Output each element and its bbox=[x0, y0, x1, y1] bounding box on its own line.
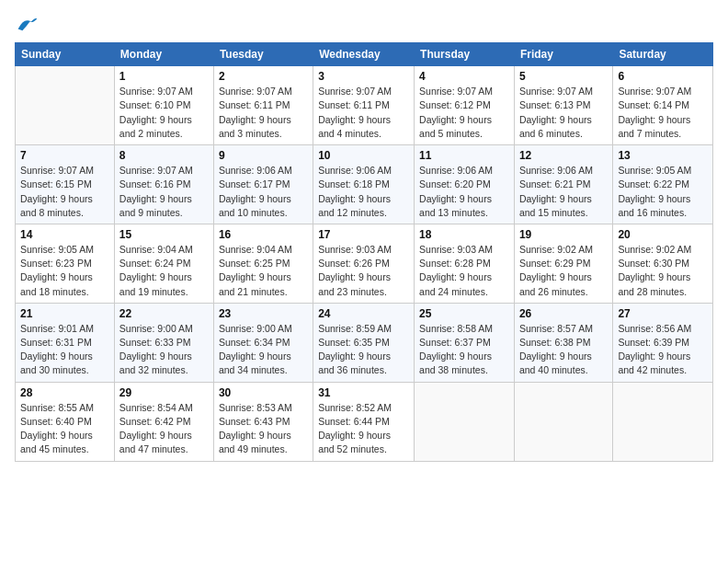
day-number: 29 bbox=[119, 386, 209, 399]
daylight-line2: and 8 minutes. bbox=[20, 206, 109, 220]
calendar-week-row: 7Sunrise: 9:07 AMSunset: 6:15 PMDaylight… bbox=[16, 145, 713, 224]
sunset-text: Sunset: 6:39 PM bbox=[618, 336, 708, 350]
sunset-text: Sunset: 6:42 PM bbox=[119, 415, 209, 429]
sunrise-text: Sunrise: 9:06 AM bbox=[219, 164, 308, 178]
daylight-line2: and 4 minutes. bbox=[318, 127, 409, 141]
sunset-text: Sunset: 6:18 PM bbox=[318, 178, 409, 191]
calendar-cell: 29Sunrise: 8:54 AMSunset: 6:42 PMDayligh… bbox=[114, 382, 213, 461]
day-info: Sunrise: 9:03 AMSunset: 6:26 PMDaylight:… bbox=[318, 243, 409, 299]
sunset-text: Sunset: 6:35 PM bbox=[318, 336, 409, 350]
calendar-header-row: SundayMondayTuesdayWednesdayThursdayFrid… bbox=[16, 43, 713, 66]
sunset-text: Sunset: 6:20 PM bbox=[419, 178, 509, 191]
sunrise-text: Sunrise: 9:03 AM bbox=[318, 243, 409, 257]
calendar-cell: 17Sunrise: 9:03 AMSunset: 6:26 PMDayligh… bbox=[313, 224, 415, 303]
day-info: Sunrise: 8:59 AMSunset: 6:35 PMDaylight:… bbox=[318, 322, 409, 378]
calendar-cell: 2Sunrise: 9:07 AMSunset: 6:11 PMDaylight… bbox=[213, 66, 313, 145]
daylight-line2: and 42 minutes. bbox=[618, 363, 708, 377]
calendar-cell: 25Sunrise: 8:58 AMSunset: 6:37 PMDayligh… bbox=[415, 303, 515, 382]
day-info: Sunrise: 8:55 AMSunset: 6:40 PMDaylight:… bbox=[20, 401, 109, 457]
day-info: Sunrise: 9:06 AMSunset: 6:20 PMDaylight:… bbox=[419, 164, 509, 220]
day-info: Sunrise: 9:07 AMSunset: 6:10 PMDaylight:… bbox=[119, 85, 209, 141]
daylight-line2: and 49 minutes. bbox=[219, 442, 308, 456]
calendar-cell: 26Sunrise: 8:57 AMSunset: 6:38 PMDayligh… bbox=[514, 303, 612, 382]
calendar-cell: 3Sunrise: 9:07 AMSunset: 6:11 PMDaylight… bbox=[313, 66, 415, 145]
sunset-text: Sunset: 6:11 PM bbox=[219, 98, 308, 112]
calendar-cell: 21Sunrise: 9:01 AMSunset: 6:31 PMDayligh… bbox=[16, 303, 115, 382]
day-info: Sunrise: 9:02 AMSunset: 6:29 PMDaylight:… bbox=[519, 243, 608, 299]
sunset-text: Sunset: 6:24 PM bbox=[119, 257, 209, 270]
sunrise-text: Sunrise: 9:05 AM bbox=[20, 243, 109, 257]
day-number: 9 bbox=[219, 149, 308, 162]
calendar-cell: 20Sunrise: 9:02 AMSunset: 6:30 PMDayligh… bbox=[613, 224, 713, 303]
calendar-cell: 16Sunrise: 9:04 AMSunset: 6:25 PMDayligh… bbox=[213, 224, 313, 303]
day-info: Sunrise: 8:56 AMSunset: 6:39 PMDaylight:… bbox=[618, 322, 708, 378]
sunrise-text: Sunrise: 9:07 AM bbox=[119, 164, 209, 178]
calendar-cell bbox=[514, 382, 612, 461]
calendar-week-row: 1Sunrise: 9:07 AMSunset: 6:10 PMDaylight… bbox=[16, 66, 713, 145]
sunrise-text: Sunrise: 8:54 AM bbox=[119, 401, 209, 415]
sunrise-text: Sunrise: 9:07 AM bbox=[618, 85, 708, 98]
daylight-line2: and 26 minutes. bbox=[519, 285, 608, 299]
calendar-cell: 30Sunrise: 8:53 AMSunset: 6:43 PMDayligh… bbox=[213, 382, 313, 461]
daylight-line1: Daylight: 9 hours bbox=[318, 270, 409, 284]
day-number: 7 bbox=[20, 149, 109, 162]
day-info: Sunrise: 8:53 AMSunset: 6:43 PMDaylight:… bbox=[219, 401, 308, 457]
calendar-week-row: 28Sunrise: 8:55 AMSunset: 6:40 PMDayligh… bbox=[16, 382, 713, 461]
day-number: 16 bbox=[219, 228, 308, 241]
calendar-cell: 1Sunrise: 9:07 AMSunset: 6:10 PMDaylight… bbox=[114, 66, 213, 145]
day-number: 10 bbox=[318, 149, 409, 162]
header bbox=[15, 15, 713, 33]
daylight-line2: and 21 minutes. bbox=[219, 285, 308, 299]
sunrise-text: Sunrise: 9:01 AM bbox=[20, 322, 109, 336]
page: SundayMondayTuesdayWednesdayThursdayFrid… bbox=[0, 0, 728, 563]
sunset-text: Sunset: 6:40 PM bbox=[20, 415, 109, 429]
daylight-line1: Daylight: 9 hours bbox=[119, 113, 209, 127]
daylight-line1: Daylight: 9 hours bbox=[618, 113, 708, 127]
calendar-header-day: Saturday bbox=[613, 43, 713, 66]
sunrise-text: Sunrise: 8:53 AM bbox=[219, 401, 308, 415]
sunrise-text: Sunrise: 9:00 AM bbox=[219, 322, 308, 336]
calendar-cell: 28Sunrise: 8:55 AMSunset: 6:40 PMDayligh… bbox=[16, 382, 115, 461]
calendar-header-day: Thursday bbox=[415, 43, 515, 66]
day-number: 31 bbox=[318, 386, 409, 399]
day-number: 14 bbox=[20, 228, 109, 241]
daylight-line1: Daylight: 9 hours bbox=[419, 270, 509, 284]
daylight-line1: Daylight: 9 hours bbox=[20, 270, 109, 284]
sunrise-text: Sunrise: 9:04 AM bbox=[119, 243, 209, 257]
day-info: Sunrise: 9:01 AMSunset: 6:31 PMDaylight:… bbox=[20, 322, 109, 378]
logo bbox=[15, 15, 39, 33]
day-number: 17 bbox=[318, 228, 409, 241]
sunrise-text: Sunrise: 8:59 AM bbox=[318, 322, 409, 336]
daylight-line2: and 32 minutes. bbox=[119, 363, 209, 377]
daylight-line2: and 10 minutes. bbox=[219, 206, 308, 220]
sunset-text: Sunset: 6:34 PM bbox=[219, 336, 308, 350]
day-number: 18 bbox=[419, 228, 509, 241]
daylight-line1: Daylight: 9 hours bbox=[318, 113, 409, 127]
logo-bird-icon bbox=[17, 15, 39, 33]
daylight-line2: and 13 minutes. bbox=[419, 206, 509, 220]
calendar-cell: 31Sunrise: 8:52 AMSunset: 6:44 PMDayligh… bbox=[313, 382, 415, 461]
daylight-line2: and 45 minutes. bbox=[20, 442, 109, 456]
calendar-cell bbox=[613, 382, 713, 461]
sunrise-text: Sunrise: 9:07 AM bbox=[519, 85, 608, 98]
calendar-header-day: Tuesday bbox=[213, 43, 313, 66]
day-info: Sunrise: 9:07 AMSunset: 6:15 PMDaylight:… bbox=[20, 164, 109, 220]
day-number: 6 bbox=[618, 70, 708, 83]
day-info: Sunrise: 9:06 AMSunset: 6:17 PMDaylight:… bbox=[219, 164, 308, 220]
day-info: Sunrise: 8:57 AMSunset: 6:38 PMDaylight:… bbox=[519, 322, 608, 378]
sunrise-text: Sunrise: 9:04 AM bbox=[219, 243, 308, 257]
calendar-header-day: Monday bbox=[114, 43, 213, 66]
sunrise-text: Sunrise: 9:05 AM bbox=[618, 164, 708, 178]
daylight-line2: and 19 minutes. bbox=[119, 285, 209, 299]
daylight-line2: and 24 minutes. bbox=[419, 285, 509, 299]
calendar-header-day: Wednesday bbox=[313, 43, 415, 66]
sunrise-text: Sunrise: 9:00 AM bbox=[119, 322, 209, 336]
day-number: 23 bbox=[219, 307, 308, 320]
day-number: 4 bbox=[419, 70, 509, 83]
sunrise-text: Sunrise: 9:06 AM bbox=[318, 164, 409, 178]
calendar-cell: 8Sunrise: 9:07 AMSunset: 6:16 PMDaylight… bbox=[114, 145, 213, 224]
day-number: 20 bbox=[618, 228, 708, 241]
day-number: 11 bbox=[419, 149, 509, 162]
daylight-line2: and 6 minutes. bbox=[519, 127, 608, 141]
sunset-text: Sunset: 6:29 PM bbox=[519, 257, 608, 270]
